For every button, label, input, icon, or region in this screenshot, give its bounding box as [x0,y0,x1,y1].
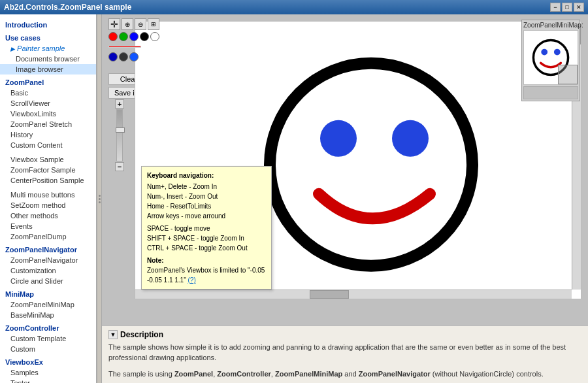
description-header: ▼ Description [108,330,581,339]
main-container: Introduction Use cases ▶ Painter sample … [0,14,588,383]
sidebar-item-zoompanelnavigator-section[interactable]: ZoomPanelNavigator [0,244,96,255]
description-line2-sep3: and [342,370,358,378]
sidebar-item-baseminimap[interactable]: BaseMiniMap [0,310,96,320]
sidebar-item-custom-template[interactable]: Custom Template [0,333,96,344]
canvas-container: ✛ ⊕ ⊖ ⊞ [102,14,588,325]
splitter-dot-2 [99,198,101,200]
zoom-slider-container: + − [115,99,124,171]
sidebar-item-history[interactable]: History [0,129,96,140]
svg-point-5 [554,49,561,56]
sidebar-item-image-browser[interactable]: Image browser [0,64,96,75]
sidebar-item-other-methods[interactable]: Other methods [0,210,96,221]
toolbar: ✛ ⊕ ⊖ ⊞ [108,18,159,61]
description-line2-bold4: ZoomPanelNavigator [359,370,431,378]
color-green[interactable] [119,32,128,41]
sidebar-item-multi-mouse[interactable]: Multi mouse buttons [0,190,96,200]
sidebar-item-custom[interactable]: Custom [0,344,96,354]
move-tool-button[interactable]: ✛ [108,18,120,30]
line-color-blue[interactable] [108,52,118,61]
sidebar-item-basic[interactable]: Basic [0,88,96,98]
sidebar-splitter[interactable] [97,14,102,383]
sidebar-item-zoompanelnavigator[interactable]: ZoomPanelNavigator [0,255,96,265]
svg-point-4 [541,49,547,56]
keyboard-tooltip: Keyboard navigation: Num+, Delete - Zoom… [141,166,272,290]
minimize-button[interactable]: − [550,3,561,12]
description-line2-bold3: ZoomPanelMiniMap [275,370,342,378]
description-title: Description [120,330,163,339]
sidebar-item-tester[interactable]: Tester [0,378,96,383]
sidebar-item-circle-slider[interactable]: Circle and Slider [0,276,96,286]
description-line1: The sample shows how simple it is to add… [108,343,566,362]
sidebar-item-samples[interactable]: Samples [0,367,96,378]
line-color-dark[interactable] [119,52,128,61]
toolbar-line-row [108,43,159,50]
sidebar-item-painter-sample[interactable]: ▶ Painter sample [0,43,96,54]
description-line2-post: (without NavigationCircle) controls. [431,370,544,378]
keyboard-line-5: SPACE - toggle move [147,224,266,233]
sidebar-item-zoompaneldump[interactable]: ZoomPanelDump [0,231,96,242]
color-white[interactable] [150,32,159,41]
sidebar-item-viewboxlimits[interactable]: ViewboxLimits [0,108,96,119]
zoom-plus-button[interactable]: + [115,99,124,108]
splitter-dot-3 [99,201,101,203]
sidebar-item-events[interactable]: Events [0,221,96,231]
sidebar-item-zoompanel-stretch[interactable]: ZoomPanel Stretch [0,119,96,129]
description-toggle-button[interactable]: ▼ [108,330,118,339]
window-title: Ab2d.Controls.ZoomPanel sample [4,3,131,12]
svg-point-2 [392,120,429,157]
sidebar-item-viewboxex-section[interactable]: ViewboxEx [0,357,96,367]
close-button[interactable]: ✕ [574,3,584,12]
sidebar-item-custom-content[interactable]: Custom Content [0,140,96,150]
description-line2-bold2: ZoomController [217,370,271,378]
keyboard-line-1: Num+, Delete - Zoom In [147,182,266,192]
minimap-viewport[interactable] [558,65,578,84]
sidebar-item-viewbox-sample[interactable]: Viewbox Sample [0,154,96,165]
sidebar-item-scrollviewer[interactable]: ScrollViewer [0,98,96,108]
minimap-canvas[interactable] [523,30,578,85]
maximize-button[interactable]: □ [562,3,572,12]
minimap: ZoomPanelMiniMap: [521,20,580,101]
keyboard-tooltip-title: Keyboard navigation: [147,171,266,180]
keyboard-help-link[interactable]: (?) [188,276,195,284]
horizontal-scrollbar[interactable] [135,290,572,299]
line-style-thin[interactable] [108,46,141,48]
minimap-title: ZoomPanelMiniMap: [523,22,578,29]
sidebar-item-zoomcontroller-section[interactable]: ZoomController [0,323,96,333]
sidebar: Introduction Use cases ▶ Painter sample … [0,14,97,383]
keyboard-line-2: Num-, Insert - Zoom Out [147,192,266,201]
sidebar-item-documents-browser[interactable]: Documents browser [0,54,96,64]
line-color-bright[interactable] [129,52,139,61]
description-line2-bold1: ZoomPanel [174,370,213,378]
splitter-handle [99,195,101,203]
description-text-2: The sample is using ZoomPanel, ZoomContr… [108,369,581,380]
keyboard-line-4: Arrow keys - move arround [147,211,266,221]
splitter-dot-1 [99,195,101,197]
keyboard-line-7: CTRL + SPACE - toggle Zoom Out [147,243,266,253]
zoom-in-button[interactable]: ⊕ [122,18,133,30]
sidebar-item-zoompanelminimap[interactable]: ZoomPanelMiniMap [0,299,96,310]
zoom-minus-button[interactable]: − [115,162,124,171]
zoom-out-button[interactable]: ⊖ [135,18,146,30]
sidebar-item-minimap-section[interactable]: MiniMap [0,289,96,299]
sidebar-item-customization[interactable]: Customization [0,265,96,276]
toolbar-nav-row: ✛ ⊕ ⊖ ⊞ [108,18,159,30]
description-line2-pre: The sample is using [108,370,174,378]
sidebar-item-zoompanel[interactable]: ZoomPanel [0,77,96,88]
keyboard-line-3: Home - ResetToLimits [147,201,266,211]
color-red[interactable] [108,32,118,41]
fit-button[interactable]: ⊞ [148,18,159,30]
color-blue[interactable] [129,32,139,41]
sidebar-item-centerposition-sample[interactable]: CenterPosition Sample [0,175,96,186]
zoom-thumb[interactable] [116,127,125,133]
svg-point-0 [270,63,472,266]
color-black[interactable] [140,32,149,41]
smiley-drawing [240,54,502,276]
zoom-track[interactable] [116,109,123,161]
sidebar-item-zoomfactor-sample[interactable]: ZoomFactor Sample [0,165,96,175]
window-controls: − □ ✕ [550,3,584,12]
sidebar-item-setzoom[interactable]: SetZoom method [0,200,96,210]
horizontal-scrollbar-thumb[interactable] [310,290,349,299]
sidebar-item-use-cases[interactable]: Use cases [0,33,96,43]
svg-point-1 [320,120,357,157]
sidebar-item-introduction[interactable]: Introduction [0,20,96,30]
